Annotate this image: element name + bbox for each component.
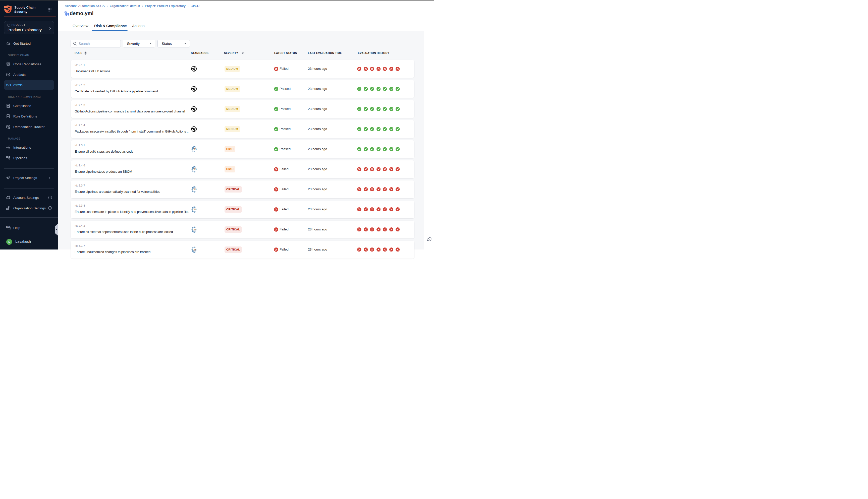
- svg-text:?: ?: [7, 226, 9, 228]
